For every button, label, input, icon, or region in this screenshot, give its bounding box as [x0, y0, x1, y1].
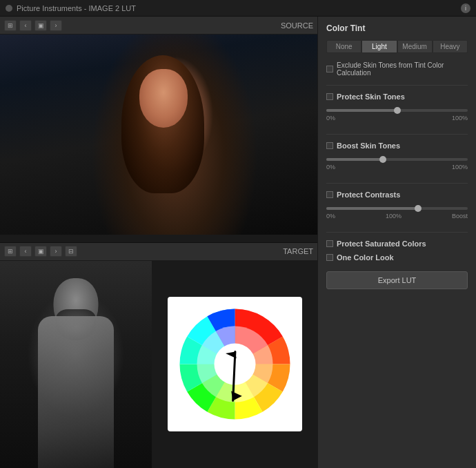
protect-contrasts-min: 0%: [326, 213, 335, 220]
protect-contrasts-slider-thumb[interactable]: [415, 205, 422, 212]
protect-contrasts-slider-track[interactable]: [326, 207, 468, 210]
app-title: Picture Instruments - IMAGE 2 LUT: [17, 4, 136, 12]
source-nav-prev[interactable]: ‹: [19, 20, 32, 31]
color-tint-title: Color Tint: [326, 23, 468, 33]
woman-face: [139, 69, 188, 128]
source-label: SOURCE: [281, 21, 313, 30]
protect-skin-slider-section: 0% 100%: [326, 106, 468, 121]
left-panel: ⊞ ‹ ▣ › SOURCE ⊞ ‹ ▣: [0, 17, 317, 468]
boost-skin-tones-checkbox[interactable]: [326, 142, 333, 149]
target-image: [0, 261, 152, 469]
target-extra-btn[interactable]: ⊟: [65, 246, 77, 257]
protect-skin-tones-row: Protect Skin Tones: [326, 92, 468, 101]
right-panel: Color Tint None Light Medium Heavy Exclu…: [317, 17, 476, 468]
protect-contrasts-slider-labels: 0% 100% Boost: [326, 213, 468, 220]
protect-skin-slider-track[interactable]: [326, 109, 468, 112]
boost-skin-slider-thumb[interactable]: [379, 156, 386, 163]
protect-skin-tones-checkbox[interactable]: [326, 93, 333, 100]
window-dot: [6, 5, 12, 12]
target-icon-btn[interactable]: ⊞: [4, 246, 17, 257]
color-wheel-svg: [175, 304, 295, 425]
boost-skin-slider-section: 0% 100%: [326, 155, 468, 170]
protect-contrasts-slider-fill: [326, 207, 418, 210]
title-bar-right: i: [461, 3, 470, 13]
protect-contrasts-boost: Boost: [452, 213, 468, 220]
source-toolbar: ⊞ ‹ ▣ › SOURCE: [0, 17, 317, 35]
protect-skin-min: 0%: [326, 115, 335, 121]
protect-skin-tones-label: Protect Skin Tones: [337, 92, 405, 101]
boost-skin-slider-fill: [326, 158, 383, 161]
divider-2: [326, 134, 468, 135]
boost-skin-slider-labels: 0% 100%: [326, 164, 468, 170]
one-color-look-row: One Color Look: [326, 253, 468, 262]
target-nav-next[interactable]: ›: [50, 246, 62, 257]
protect-contrasts-row: Protect Contrasts: [326, 191, 468, 199]
exclude-skin-tones-label: Exclude Skin Tones from Tint Color Calcu…: [337, 61, 468, 77]
protect-saturated-checkbox[interactable]: [326, 240, 333, 247]
source-icon-btn[interactable]: ⊞: [4, 20, 17, 31]
man-bg: [0, 261, 152, 469]
protect-skin-slider-fill: [326, 109, 397, 112]
tint-tabs: None Light Medium Heavy: [326, 40, 468, 53]
title-bar-left: Picture Instruments - IMAGE 2 LUT: [6, 4, 136, 12]
divider-4: [326, 232, 468, 233]
boost-skin-slider-track[interactable]: [326, 158, 468, 161]
target-nav-prev[interactable]: ‹: [19, 246, 32, 257]
one-color-look-checkbox[interactable]: [326, 254, 333, 261]
target-toolbar-left: ⊞ ‹ ▣ › ⊟: [4, 246, 77, 257]
export-lut-button[interactable]: Export LUT: [326, 271, 468, 289]
source-image-area: [0, 35, 317, 242]
protect-saturated-label: Protect Saturated Colors: [337, 240, 426, 248]
protect-skin-slider-thumb[interactable]: [394, 107, 401, 114]
info-button[interactable]: i: [461, 3, 470, 13]
exclude-skin-tones-checkbox[interactable]: [326, 66, 333, 72]
color-wheel-area: [152, 261, 317, 469]
source-nav-next[interactable]: ›: [50, 20, 62, 31]
main-layout: ⊞ ‹ ▣ › SOURCE ⊞ ‹ ▣: [0, 17, 476, 468]
target-nav-folder[interactable]: ▣: [34, 246, 47, 257]
source-image: [0, 35, 317, 235]
tint-tab-medium[interactable]: Medium: [397, 40, 433, 53]
divider-3: [326, 183, 468, 184]
source-area: ⊞ ‹ ▣ › SOURCE: [0, 17, 317, 243]
protect-contrasts-slider-section: 0% 100% Boost: [326, 204, 468, 220]
target-content: [0, 261, 317, 469]
protect-saturated-row: Protect Saturated Colors: [326, 240, 468, 248]
tint-tab-light[interactable]: Light: [361, 40, 397, 53]
one-color-look-label: One Color Look: [337, 253, 394, 262]
target-label: TARGET: [283, 247, 313, 255]
exclude-skin-tones-row: Exclude Skin Tones from Tint Color Calcu…: [326, 61, 468, 77]
title-bar: Picture Instruments - IMAGE 2 LUT i: [0, 0, 476, 17]
protect-skin-slider-labels: 0% 100%: [326, 115, 468, 121]
man-body: [38, 316, 114, 468]
target-toolbar: ⊞ ‹ ▣ › ⊟ TARGET: [0, 243, 317, 261]
protect-contrasts-checkbox[interactable]: [326, 191, 333, 198]
protect-skin-max: 100%: [452, 115, 468, 121]
boost-skin-max: 100%: [452, 164, 468, 170]
tint-tab-none[interactable]: None: [326, 40, 361, 53]
tint-tab-heavy[interactable]: Heavy: [433, 40, 468, 53]
boost-skin-tones-label: Boost Skin Tones: [337, 142, 400, 150]
boost-skin-tones-row: Boost Skin Tones: [326, 142, 468, 150]
protect-contrasts-100: 100%: [386, 213, 401, 220]
source-nav-folder[interactable]: ▣: [34, 20, 47, 31]
protect-contrasts-label: Protect Contrasts: [337, 191, 400, 199]
target-area: ⊞ ‹ ▣ › ⊟ TARGET: [0, 243, 317, 469]
boost-skin-min: 0%: [326, 164, 335, 170]
color-wheel-container: [168, 297, 302, 431]
divider-1: [326, 85, 468, 86]
source-toolbar-left: ⊞ ‹ ▣ ›: [4, 20, 62, 31]
